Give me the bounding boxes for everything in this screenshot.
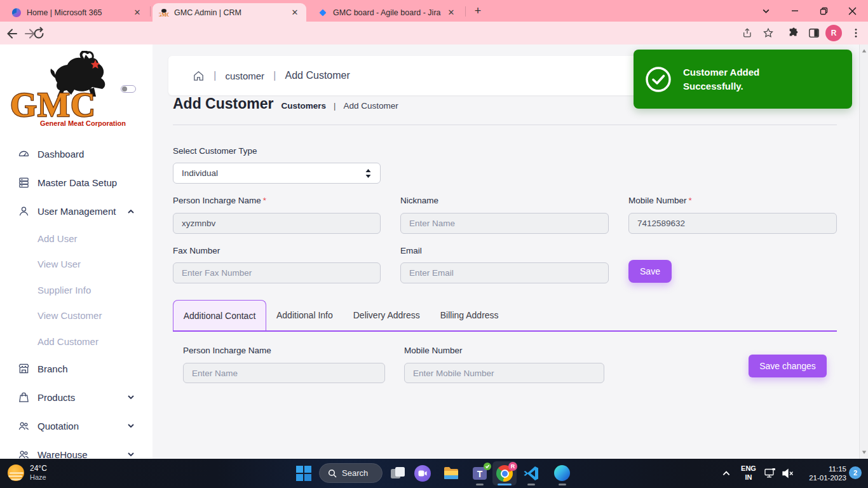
mobile-input[interactable] xyxy=(628,213,837,234)
panel-mobile-input[interactable] xyxy=(404,363,604,383)
sidebar-item-products[interactable]: Products xyxy=(0,383,153,412)
breadcrumb-section[interactable]: customer xyxy=(225,71,264,81)
panel-person-incharge-label: Person Incharge Name xyxy=(183,346,271,355)
bookmark-star-icon[interactable] xyxy=(763,27,774,39)
weather-condition: Haze xyxy=(30,473,47,482)
select-spinner-icon xyxy=(365,169,372,178)
sidebar-item-supplier-info[interactable]: Supplier Info xyxy=(0,277,153,303)
sidebar-item-dashboard[interactable]: Dashboard xyxy=(0,140,153,168)
svg-text:T: T xyxy=(477,469,483,479)
window-close-icon[interactable] xyxy=(838,0,866,22)
page-crumb-parent[interactable]: Customers xyxy=(281,101,326,111)
language-indicator[interactable]: ENG IN xyxy=(739,464,758,482)
sidebar-item-label: Branch xyxy=(37,363,68,374)
tab-title: Home | Microsoft 365 xyxy=(27,8,127,17)
window-minimize-icon[interactable] xyxy=(781,0,809,22)
title-divider xyxy=(173,125,837,125)
vscode-icon[interactable] xyxy=(523,465,539,482)
gmc-logo: GMC General Meat Corporation xyxy=(8,51,135,133)
tab-additional-contact[interactable]: Additional Contact xyxy=(173,300,266,330)
tab-close-icon[interactable]: ✕ xyxy=(290,8,300,17)
share-icon[interactable] xyxy=(742,27,754,39)
sidebar-item-quotation[interactable]: Quotation xyxy=(0,412,153,440)
page-scrollbar[interactable] xyxy=(859,44,868,459)
chevron-down-icon xyxy=(127,451,135,458)
tab-close-icon[interactable]: ✕ xyxy=(446,8,456,17)
side-panel-icon[interactable] xyxy=(808,27,820,39)
page-title-row: Add Customer Customers | Add Customer xyxy=(173,95,398,112)
file-explorer-icon[interactable] xyxy=(443,465,459,482)
server-icon xyxy=(18,177,30,189)
panel-person-incharge-input[interactable] xyxy=(183,363,385,383)
store-icon xyxy=(18,363,30,375)
reload-icon[interactable] xyxy=(32,27,46,41)
sidebar-toggle-switch[interactable] xyxy=(121,85,136,93)
tray-date: 21-01-2023 xyxy=(799,473,846,482)
sidebar-subitem-label: Add User xyxy=(37,233,78,244)
browser-tab-microsoft365[interactable]: Home | Microsoft 365 ✕ xyxy=(5,3,149,22)
windows-start-icon[interactable] xyxy=(295,465,312,482)
tray-time: 11:15 xyxy=(799,464,846,473)
vscode-running-indicator xyxy=(527,484,535,485)
crumb-separator: | xyxy=(334,101,336,111)
tray-chevron-up-icon[interactable] xyxy=(722,469,731,478)
tab-separator xyxy=(465,6,466,17)
email-input[interactable] xyxy=(400,262,609,283)
browser-tab-gmc-admin[interactable]: GMC GMC Admin | CRM ✕ xyxy=(153,3,306,22)
success-toast[interactable]: Customer Added Successfully. xyxy=(634,50,852,109)
tab-additional-info[interactable]: Additional Info xyxy=(266,300,343,330)
jira-favicon xyxy=(318,8,328,18)
nickname-input[interactable] xyxy=(400,213,609,234)
microsoft365-favicon xyxy=(11,8,22,18)
tab-billing-address[interactable]: Billing Address xyxy=(430,300,509,330)
network-icon[interactable] xyxy=(764,467,776,480)
sidebar-nav: Dashboard Master Data Setup User Managem… xyxy=(0,140,153,469)
home-icon[interactable] xyxy=(193,70,205,82)
chat-icon[interactable] xyxy=(414,465,431,482)
window-restore-icon[interactable] xyxy=(810,0,837,22)
task-view-icon[interactable] xyxy=(390,465,406,482)
user-icon xyxy=(18,205,30,217)
new-tab-button[interactable]: + xyxy=(471,5,484,18)
teams-icon[interactable]: T xyxy=(471,465,488,482)
sidebar-item-master-data-setup[interactable]: Master Data Setup xyxy=(0,168,153,197)
sidebar: GMC General Meat Corporation Dashboard M… xyxy=(0,44,153,459)
teams-status-badge xyxy=(484,463,491,470)
customer-type-select[interactable]: Individual xyxy=(173,163,381,184)
scroll-up-icon[interactable] xyxy=(862,48,867,53)
save-button[interactable]: Save xyxy=(628,260,672,283)
person-incharge-input[interactable] xyxy=(173,213,381,234)
tab-close-icon[interactable]: ✕ xyxy=(132,8,142,17)
sidebar-item-view-user[interactable]: View User xyxy=(0,252,153,278)
sidebar-item-add-customer[interactable]: Add Customer xyxy=(0,329,153,355)
notification-badge[interactable]: 2 xyxy=(849,466,862,479)
back-icon[interactable] xyxy=(5,27,19,41)
nickname-label: Nickname xyxy=(400,196,438,205)
browser-profile-avatar[interactable]: R xyxy=(825,25,842,41)
fax-input[interactable] xyxy=(173,262,381,283)
save-changes-button[interactable]: Save changes xyxy=(749,355,827,377)
window-menu-chevron-icon[interactable] xyxy=(752,0,780,22)
sidebar-item-user-management[interactable]: User Management xyxy=(0,197,153,226)
browser-tab-jira[interactable]: GMC board - Agile board - Jira ✕ xyxy=(311,3,463,22)
sidebar-subitem-label: Supplier Info xyxy=(37,285,91,295)
chrome-icon[interactable]: R xyxy=(496,465,513,482)
tab-title: GMC Admin | CRM xyxy=(174,8,285,17)
sidebar-item-view-customer[interactable]: View Customer xyxy=(0,303,153,329)
logo-subtitle: General Meat Corporation xyxy=(40,119,126,127)
weather-haze-icon xyxy=(8,464,24,481)
page-title: Add Customer xyxy=(173,95,273,112)
tab-delivery-address[interactable]: Delivery Address xyxy=(343,300,430,330)
taskbar-weather-widget[interactable]: 24°C Haze xyxy=(8,464,47,482)
extensions-puzzle-icon[interactable] xyxy=(788,27,799,39)
edge-running-indicator xyxy=(559,484,566,485)
search-label: Search xyxy=(342,468,368,478)
sidebar-item-branch[interactable]: Branch xyxy=(0,355,153,383)
sidebar-item-add-user[interactable]: Add User xyxy=(0,226,153,252)
edge-icon[interactable] xyxy=(554,465,571,482)
taskbar-search[interactable]: Search xyxy=(319,463,383,483)
volume-muted-icon[interactable] xyxy=(782,468,794,479)
taskbar-clock[interactable]: 11:15 21-01-2023 xyxy=(799,464,846,483)
scroll-down-icon[interactable] xyxy=(862,450,867,455)
browser-menu-kebab-icon[interactable] xyxy=(850,27,862,39)
